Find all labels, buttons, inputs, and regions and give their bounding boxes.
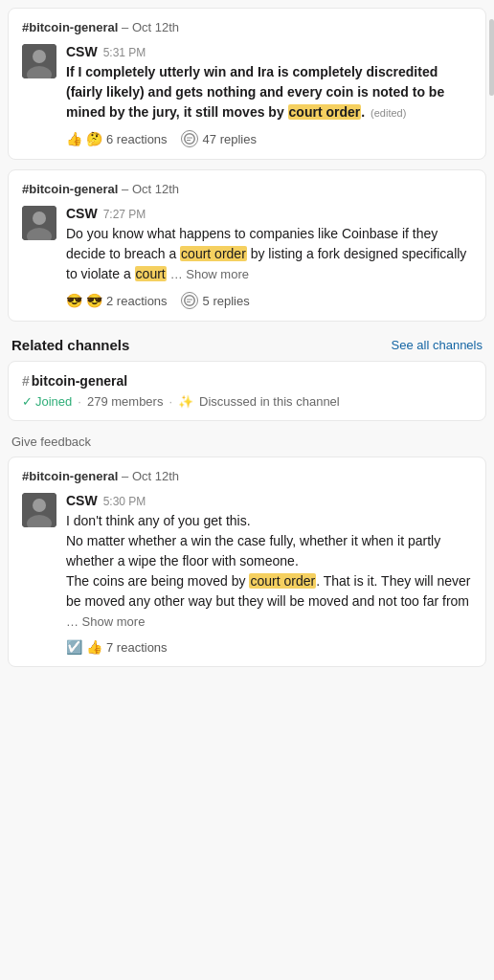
related-channels-section: Related channels See all channels #bitco… (8, 331, 486, 421)
message-footer-1: 👍 🤔 6 reactions 47 replies (66, 130, 472, 147)
channel-name-2: #bitcoin-general (22, 182, 118, 196)
channel-name-large: #bitcoin-general (22, 373, 472, 389)
author-row-2: CSW 7:27 PM (66, 206, 472, 221)
show-more-2[interactable]: … Show more (170, 267, 249, 281)
avatar-1 (22, 44, 56, 78)
see-all-channels-link[interactable]: See all channels (392, 338, 483, 352)
author-name-2: CSW (66, 206, 98, 221)
message-time-2: 7:27 PM (103, 208, 146, 221)
header-separator-bottom: – (122, 469, 132, 483)
header-separator-1: – (122, 20, 132, 34)
svg-point-3 (184, 134, 194, 145)
highlight-court-order-1: court order (288, 104, 362, 120)
author-name-bottom: CSW (66, 493, 98, 508)
message-card-2: #bitcoin-general – Oct 12th CSW 7:27 PM (8, 169, 486, 322)
reaction-emoji-bottom-a[interactable]: ☑️ (66, 639, 82, 655)
show-more-bottom[interactable]: … Show more (66, 614, 145, 629)
dot-separator-2: · (168, 394, 172, 409)
scrollbar-track (488, 0, 494, 684)
message-line-1: I don't think any of you get this. (66, 513, 251, 528)
card-date-1: Oct 12th (132, 20, 179, 34)
reply-count-2: 5 replies (203, 294, 250, 308)
reactions-bottom: ☑️ 👍 7 reactions (66, 639, 168, 655)
channel-hash-icon: # (22, 373, 30, 389)
message-content-2: CSW 7:27 PM Do you know what happens to … (66, 206, 472, 309)
message-row-2: CSW 7:27 PM Do you know what happens to … (22, 206, 472, 309)
replies-btn-1[interactable]: 47 replies (181, 130, 257, 147)
author-row-bottom: CSW 5:30 PM (66, 493, 472, 508)
svg-point-1 (33, 50, 46, 63)
message-card-1: #bitcoin-general – Oct 12th CSW 5:31 PM (8, 8, 486, 160)
message-text-2: Do you know what happens to companies li… (66, 224, 472, 284)
message-time-bottom: 5:30 PM (103, 495, 146, 508)
author-name-1: CSW (66, 44, 98, 59)
message-line-3: The coins are being moved by (66, 573, 249, 589)
joined-badge: ✓ Joined (22, 394, 72, 409)
message-text-bottom: I don't think any of you get this. No ma… (66, 511, 472, 632)
reaction-emoji-2a[interactable]: 😎 (66, 293, 82, 308)
svg-point-7 (184, 296, 194, 306)
highlight-court-2b: court (135, 266, 167, 281)
dot-separator-1: · (78, 394, 81, 409)
replies-btn-2[interactable]: 5 replies (181, 292, 250, 309)
reply-count-1: 47 replies (203, 132, 257, 146)
joined-label: Joined (35, 394, 72, 409)
message-content-1: CSW 5:31 PM If I completely utterly win … (66, 44, 472, 147)
message-card-bottom: #bitcoin-general – Oct 12th CSW 5:30 PM (8, 457, 486, 667)
reactions-1: 👍 🤔 6 reactions (66, 131, 168, 146)
avatar-2 (22, 206, 56, 240)
highlight-court-order-bottom: court order (249, 573, 316, 589)
card-header-2: #bitcoin-general – Oct 12th (22, 182, 472, 196)
reaction-emoji-1a[interactable]: 👍 (66, 131, 82, 146)
card-date-bottom: Oct 12th (132, 469, 179, 483)
sparkle-icon: ✨ (178, 394, 193, 409)
message-row-bottom: CSW 5:30 PM I don't think any of you get… (22, 493, 472, 655)
author-row-1: CSW 5:31 PM (66, 44, 472, 59)
reaction-emoji-2b[interactable]: 😎 (86, 293, 102, 308)
give-feedback[interactable]: Give feedback (8, 431, 486, 457)
reactions-count-bottom: 7 reactions (106, 640, 168, 655)
members-count: 279 members (87, 394, 163, 409)
reactions-count-2: 2 reactions (106, 294, 168, 308)
card-header-bottom: #bitcoin-general – Oct 12th (22, 469, 472, 483)
reply-icon-1 (181, 130, 198, 147)
channel-info-card: #bitcoin-general ✓ Joined · 279 members … (8, 361, 486, 421)
message-footer-bottom: ☑️ 👍 7 reactions (66, 639, 472, 655)
discussed-label: Discussed in this channel (199, 394, 340, 409)
svg-point-9 (33, 499, 46, 512)
related-channels-title: Related channels (11, 337, 129, 353)
reactions-count-1: 6 reactions (106, 132, 168, 146)
highlight-court-order-2a: court order (180, 246, 247, 261)
header-separator-2: – (122, 182, 132, 196)
reaction-emoji-1b[interactable]: 🤔 (86, 131, 102, 146)
reply-icon-2 (181, 292, 198, 309)
reactions-2: 😎 😎 2 reactions (66, 293, 168, 308)
card-date-2: Oct 12th (132, 182, 179, 196)
channel-name-1: #bitcoin-general (22, 20, 118, 34)
message-time-1: 5:31 PM (103, 46, 146, 59)
message-footer-2: 😎 😎 2 reactions 5 replies (66, 292, 472, 309)
edited-label-1: (edited) (370, 107, 406, 119)
message-row-1: CSW 5:31 PM If I completely utterly win … (22, 44, 472, 147)
message-content-bottom: CSW 5:30 PM I don't think any of you get… (66, 493, 472, 655)
scrollbar-thumb[interactable] (489, 19, 494, 96)
avatar-bottom (22, 493, 56, 527)
checkmark-icon: ✓ (22, 394, 33, 409)
reaction-emoji-bottom-b[interactable]: 👍 (86, 639, 102, 655)
message-line-2: No matter whether a win the case fully, … (66, 533, 440, 568)
svg-point-5 (33, 212, 46, 225)
channel-meta: ✓ Joined · 279 members · ✨ Discussed in … (22, 394, 472, 409)
channel-name-bottom: #bitcoin-general (22, 469, 118, 483)
related-channels-header: Related channels See all channels (8, 331, 486, 361)
card-header-1: #bitcoin-general – Oct 12th (22, 20, 472, 34)
message-text-1: If I completely utterly win and Ira is c… (66, 62, 472, 122)
channel-name-text: bitcoin-general (32, 373, 127, 389)
